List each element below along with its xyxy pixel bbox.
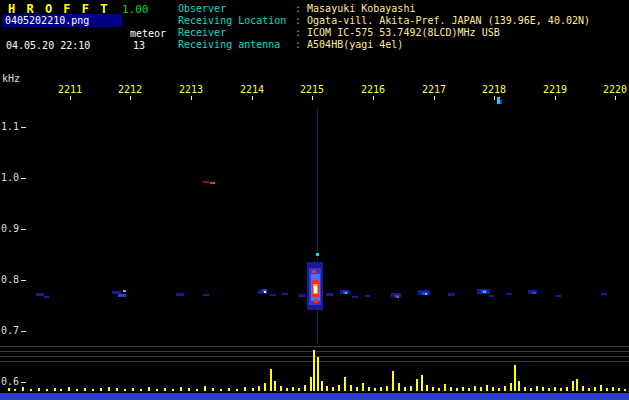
signal-level-bar <box>480 387 482 391</box>
signal-level-bar <box>338 385 340 391</box>
signal-level-bar <box>554 387 556 391</box>
signal-level-bar <box>258 386 260 391</box>
signal-level-bar <box>100 388 102 391</box>
signal-level-bar <box>252 388 254 391</box>
signal-level-bar <box>274 381 276 391</box>
signal-level-bar <box>188 388 190 391</box>
signal-level-bar <box>286 388 288 391</box>
signal-level-bar <box>510 383 512 391</box>
signal-level-bar <box>228 388 230 391</box>
signal-level-bar <box>594 387 596 391</box>
signal-level-bar <box>386 386 388 391</box>
signal-level-bar <box>374 388 376 391</box>
signal-level-bar <box>298 388 300 391</box>
signal-level-bar <box>92 389 94 391</box>
signal-level-bar <box>606 388 608 391</box>
signal-level-bar <box>432 387 434 391</box>
signal-level-bar <box>30 389 32 391</box>
signal-level-bar <box>498 388 500 391</box>
signal-level-bar <box>310 377 312 391</box>
signal-level-bar <box>588 388 590 391</box>
signal-level-bar <box>504 386 506 391</box>
bottom-strip <box>0 393 629 400</box>
signal-level-bar <box>456 388 458 391</box>
signal-level-bar <box>196 389 198 391</box>
signal-level-bar <box>410 386 412 391</box>
signal-level-bar <box>270 369 272 391</box>
signal-level-bar <box>416 379 418 391</box>
signal-level-bar <box>212 388 214 391</box>
signal-level-bar <box>22 387 24 391</box>
signal-level-bar <box>444 384 446 391</box>
signal-level-bar <box>54 388 56 391</box>
signal-level-bar <box>317 357 319 391</box>
signal-level-bar <box>304 385 306 391</box>
signal-level-bar <box>8 388 10 391</box>
signal-level-bar <box>362 383 364 391</box>
signal-level-bar <box>332 387 334 391</box>
signal-level-bar <box>132 388 134 391</box>
signal-level-bar <box>368 387 370 391</box>
signal-level-bar <box>624 389 626 391</box>
signal-level-bar <box>172 389 174 391</box>
signal-level-panel <box>0 0 629 400</box>
signal-level-bar <box>542 387 544 391</box>
signal-level-bar <box>612 387 614 391</box>
signal-level-bar <box>514 365 516 391</box>
signal-level-bar <box>38 388 40 391</box>
signal-level-bar <box>124 389 126 391</box>
signal-level-bar <box>398 383 400 391</box>
signal-level-bar <box>462 387 464 391</box>
signal-level-bar <box>264 383 266 391</box>
signal-level-bar <box>576 379 578 391</box>
signal-level-bar <box>524 387 526 391</box>
signal-level-bar <box>326 386 328 391</box>
signal-level-bar <box>486 385 488 391</box>
signal-level-bar <box>548 388 550 391</box>
signal-level-bar <box>421 375 423 391</box>
signal-level-bar <box>344 377 346 391</box>
signal-level-bar <box>350 385 352 391</box>
signal-level-bar <box>14 389 16 391</box>
signal-level-bar <box>220 389 222 391</box>
signal-level-bar <box>572 381 574 391</box>
signal-level-bar <box>582 386 584 391</box>
signal-level-bar <box>618 388 620 391</box>
signal-level-bar <box>204 386 206 391</box>
signal-level-bar <box>438 388 440 391</box>
signal-level-bar <box>68 387 70 391</box>
signal-level-bar <box>566 387 568 391</box>
signal-level-bar <box>84 388 86 391</box>
signal-level-bar <box>380 387 382 391</box>
signal-level-bar <box>164 388 166 391</box>
signal-level-bar <box>426 385 428 391</box>
signal-level-bar <box>468 388 470 391</box>
signal-level-bar <box>140 389 142 391</box>
signal-level-bar <box>313 350 315 391</box>
signal-level-bar <box>492 387 494 391</box>
signal-level-bar <box>518 381 520 391</box>
signal-level-bar <box>321 381 323 391</box>
signal-level-bar <box>450 387 452 391</box>
signal-level-bar <box>108 387 110 391</box>
signal-level-bar <box>76 389 78 391</box>
signal-level-bar <box>236 389 238 391</box>
hrofft-output: H R O F F T 1.00 0405202210.png meteor 0… <box>0 0 629 400</box>
signal-level-bar <box>474 386 476 391</box>
signal-level-bar <box>60 389 62 391</box>
signal-level-bar <box>292 387 294 391</box>
level-grid-line <box>0 346 629 347</box>
signal-level-bar <box>180 387 182 391</box>
signal-level-bar <box>392 371 394 391</box>
signal-level-bar <box>536 386 538 391</box>
signal-level-bar <box>280 386 282 391</box>
signal-level-bar <box>600 385 602 391</box>
signal-level-bar <box>46 389 48 391</box>
signal-level-bar <box>356 387 358 391</box>
signal-level-bar <box>244 387 246 391</box>
signal-level-bar <box>530 388 532 391</box>
signal-level-bar <box>560 388 562 391</box>
signal-level-bar <box>148 387 150 391</box>
signal-level-bar <box>116 388 118 391</box>
signal-level-bar <box>156 389 158 391</box>
